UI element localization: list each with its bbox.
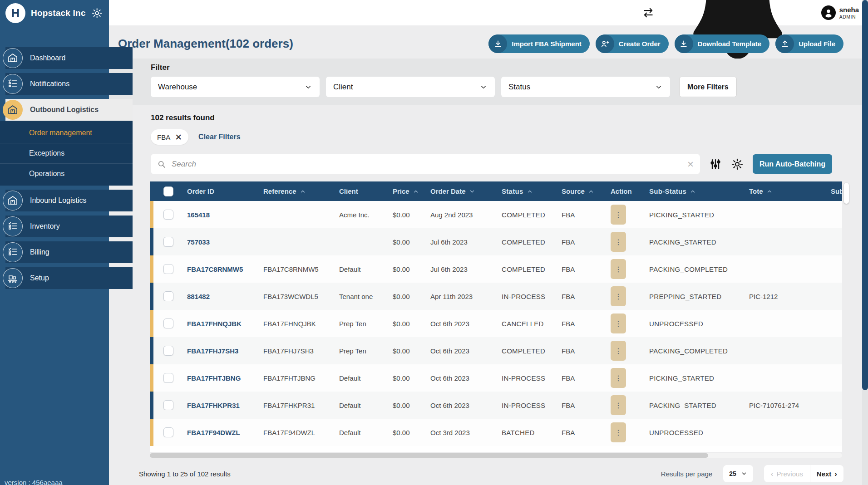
user-menu[interactable]: sneha ADMIN [821,5,859,20]
sidebar-item-label: Billing [30,248,49,256]
row-actions-kebab-button[interactable]: ⋮ [611,314,626,333]
action-button-create-order[interactable]: Create Order [596,34,669,53]
previous-page-button[interactable]: ‹ Previous [764,465,810,482]
row-checkbox[interactable] [163,400,173,410]
action-button-upload-file[interactable]: Upload File [775,34,843,53]
row-actions-kebab-button[interactable]: ⋮ [611,232,626,252]
order-id-link[interactable]: 881482 [187,293,210,300]
status-value: COMPLETED [502,265,545,273]
filter-chip-fba[interactable]: FBA ✕ [151,129,188,145]
action-cell: ⋮ [607,259,646,279]
sidebar-item-inventory[interactable]: Inventory [0,216,109,237]
sidebar-item-dashboard[interactable]: Dashboard [0,47,109,69]
row-checkbox[interactable] [163,346,173,356]
per-page-select[interactable]: 25 [723,465,753,482]
filter-select-client[interactable]: Client [326,77,495,97]
user-plus-icon [596,34,614,53]
horizontal-scrollbar-thumb[interactable] [150,453,708,458]
row-checkbox[interactable] [163,373,173,383]
order-id-link[interactable]: FBA17F94DWZL [187,429,240,436]
table-row: FBA17FHTJBNGFBA17FHTJBNGDefault$0.00Oct … [150,364,842,392]
column-sliders-icon[interactable] [709,158,722,171]
action-button-import-fba-shipment[interactable]: Import FBA Shipment [488,34,590,53]
filter-select-status[interactable]: Status [501,77,670,97]
more-filters-button[interactable]: More Filters [679,77,737,97]
column-header-order-id[interactable]: Order ID [183,187,260,195]
order-id-link[interactable]: FBA17FHTJBNG [187,374,241,382]
date-value: Jul 6th 2023 [430,265,468,273]
sidebar-subitem-operations[interactable]: Operations [0,163,133,184]
row-checkbox[interactable] [163,318,173,328]
source-cell: FBA [558,320,607,328]
chip-remove-icon[interactable]: ✕ [175,133,182,142]
row-actions-kebab-button[interactable]: ⋮ [611,205,626,225]
clear-search-icon[interactable]: × [687,159,694,170]
row-actions-kebab-button[interactable]: ⋮ [611,286,626,306]
sidebar-item-billing[interactable]: Billing [0,241,109,263]
action-button-download-template[interactable]: Download Template [675,34,770,53]
sidebar-subitem-order-management[interactable]: Order management [0,122,133,143]
row-actions-kebab-button[interactable]: ⋮ [611,259,626,279]
horizontal-scrollbar[interactable] [150,453,842,458]
column-header-price[interactable]: Price [389,187,427,195]
column-header-source[interactable]: Source [558,187,607,195]
filter-select-warehouse[interactable]: Warehouse [151,77,320,97]
column-header-order-date[interactable]: Order Date [427,187,498,195]
clear-filters-link[interactable]: Clear Filters [198,133,240,141]
column-header-status[interactable]: Status [498,187,558,195]
row-actions-kebab-button[interactable]: ⋮ [611,422,626,442]
search-input[interactable] [171,159,683,169]
next-page-button[interactable]: Next › [810,465,843,482]
action-cell: ⋮ [607,205,646,225]
row-color-strip [150,201,153,228]
sidebar-gear-icon[interactable] [91,7,103,19]
column-header-action[interactable]: Action [607,187,646,195]
source-value: FBA [562,320,575,328]
order-id-link[interactable]: FBA17FHJ7SH3 [187,347,238,355]
table-settings-gear-icon[interactable] [731,158,744,171]
client-cell: Acme Inc. [335,211,389,219]
row-checkbox[interactable] [163,427,173,437]
row-actions-kebab-button[interactable]: ⋮ [611,341,626,361]
avatar [821,5,836,20]
chevron-left-icon: ‹ [771,470,774,478]
table-scrollbar-thumb[interactable] [844,183,849,204]
row-actions-kebab-button[interactable]: ⋮ [611,368,626,388]
column-header-sub[interactable]: Sub [827,187,842,195]
date-cell: Aug 2nd 2023 [427,211,498,219]
row-checkbox[interactable] [163,210,173,220]
column-header-sub-status[interactable]: Sub-Status [646,187,745,195]
client-value: Prep Ten [339,347,366,355]
order-id-link[interactable]: FBA17FHKPR31 [187,402,240,409]
sidebar-item-setup[interactable]: Setup [0,267,109,289]
substatus-value: UNPROCESSED [649,429,703,436]
column-header-client[interactable]: Client [335,187,389,195]
row-color-strip [150,283,153,310]
row-color-strip [150,364,153,392]
status-cell: COMPLETED [498,238,558,246]
sidebar-item-inbound-logistics[interactable]: Inbound Logistics [0,190,109,211]
column-header-tote[interactable]: Tote [745,187,827,195]
column-header-reference[interactable]: Reference [260,187,335,195]
client-value: Default [339,265,361,273]
row-checkbox[interactable] [163,237,173,247]
select-all-checkbox[interactable] [163,186,173,196]
row-checkbox[interactable] [163,291,173,301]
sidebar-subitem-exceptions[interactable]: Exceptions [0,143,133,163]
sidebar-item-outbound-logistics[interactable]: Outbound Logistics [0,99,109,121]
status-value: IN-PROCESS [502,293,545,300]
order-id-link[interactable]: 757033 [187,238,210,246]
run-auto-batching-button[interactable]: Run Auto-Batching [753,154,832,174]
table-row: FBA17F94DWZLFBA17F94DWZLDefault$0.00Oct … [150,419,842,446]
order-id-link[interactable]: FBA17C8RNMW5 [187,265,243,273]
sidebar-item-notifications[interactable]: Notifications [0,73,109,95]
row-actions-kebab-button[interactable]: ⋮ [611,395,626,415]
row-checkbox[interactable] [163,264,173,274]
order-id-link[interactable]: FBA17FHNQJBK [187,320,242,328]
transfer-icon[interactable] [642,7,654,19]
client-cell: Prep Ten [335,320,389,328]
order-id-link[interactable]: 165418 [187,211,210,219]
status-cell: COMPLETED [498,347,558,355]
page-scrollbar-thumb[interactable] [862,0,868,390]
page-scrollbar[interactable] [862,0,868,485]
